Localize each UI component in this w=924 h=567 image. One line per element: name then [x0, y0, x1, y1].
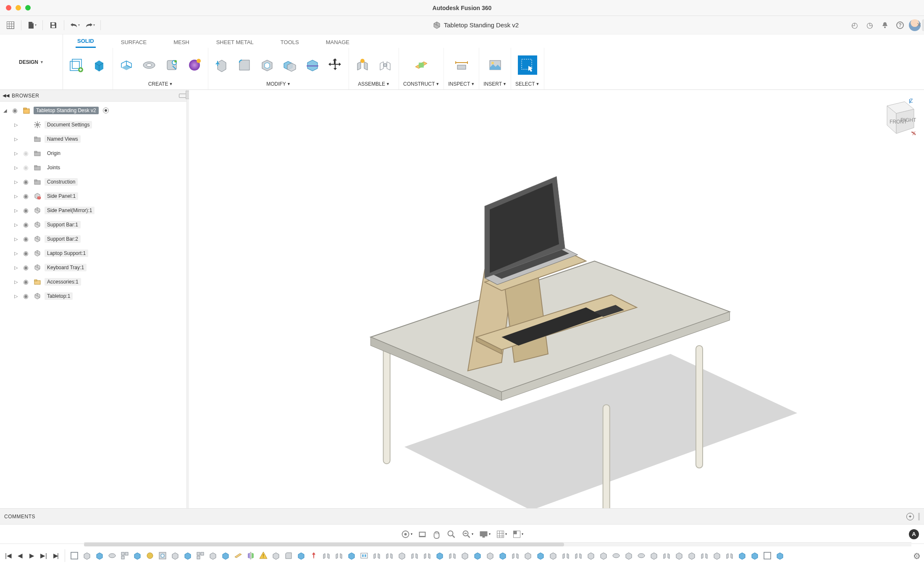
timeline-feature[interactable] — [447, 551, 457, 561]
autodesk-badge[interactable]: A — [909, 529, 919, 539]
expand-icon[interactable]: ▷ — [13, 151, 18, 156]
save-button[interactable] — [47, 19, 60, 32]
browser-node[interactable]: ▷◉Construction — [3, 175, 186, 189]
expand-icon[interactable]: ▷ — [13, 279, 18, 285]
timeline-feature[interactable] — [699, 551, 709, 561]
file-menu-button[interactable] — [26, 19, 38, 32]
revolve-button[interactable] — [140, 56, 158, 74]
timeline-feature[interactable] — [737, 551, 747, 561]
undo-button[interactable] — [68, 19, 81, 32]
construct-plane-button[interactable] — [412, 56, 430, 74]
visibility-toggle-icon[interactable]: ◉ — [21, 150, 30, 157]
timeline-feature[interactable] — [82, 551, 92, 561]
timeline-feature[interactable] — [573, 551, 583, 561]
expand-icon[interactable]: ▷ — [13, 222, 18, 228]
extensions-button[interactable]: ◴ — [848, 19, 861, 32]
select-button[interactable] — [518, 56, 537, 74]
browser-node[interactable]: ▷◉Keyboard Tray:1 — [3, 260, 186, 275]
joint-button[interactable] — [353, 56, 372, 74]
timeline-feature[interactable] — [611, 551, 621, 561]
ribbon-tab-manage[interactable]: MANAGE — [324, 37, 351, 48]
timeline-feature[interactable] — [460, 551, 470, 561]
timeline-last-button[interactable]: ▶| — [50, 551, 60, 561]
expand-icon[interactable]: ▷ — [13, 265, 18, 270]
timeline-feature[interactable] — [346, 551, 357, 561]
timeline-feature[interactable] — [561, 551, 571, 561]
timeline-feature[interactable] — [183, 551, 193, 561]
display-settings-button[interactable]: ▾ — [479, 530, 491, 538]
visibility-toggle-icon[interactable]: ◉ — [21, 264, 30, 271]
timeline-feature[interactable] — [296, 551, 306, 561]
help-button[interactable]: ? — [894, 19, 906, 32]
browser-collapse-icon[interactable]: ◀◀ — [3, 93, 9, 98]
timeline-feature[interactable] — [334, 551, 344, 561]
browser-node[interactable]: ▷◉Laptop Support:1 — [3, 246, 186, 260]
data-panel-button[interactable] — [4, 19, 17, 32]
timeline-feature[interactable] — [145, 551, 155, 561]
timeline-feature[interactable] — [397, 551, 407, 561]
timeline-feature[interactable] — [510, 551, 520, 561]
add-comment-button[interactable]: + — [906, 513, 914, 520]
timeline-feature[interactable] — [233, 551, 243, 561]
expand-icon[interactable]: ▷ — [13, 179, 18, 185]
presspull-button[interactable] — [213, 56, 231, 74]
move-button[interactable] — [326, 56, 344, 74]
ribbon-tab-surface[interactable]: SURFACE — [119, 37, 148, 48]
expand-icon[interactable]: ▷ — [13, 294, 18, 299]
expand-icon[interactable]: ▷ — [13, 208, 18, 213]
ribbon-group-modify-label[interactable]: MODIFY — [266, 81, 286, 87]
timeline-feature[interactable] — [309, 551, 319, 561]
redo-button[interactable] — [84, 19, 96, 32]
timeline-feature[interactable] — [586, 551, 596, 561]
timeline-feature[interactable] — [284, 551, 294, 561]
timeline-feature[interactable] — [384, 551, 394, 561]
visibility-toggle-icon[interactable]: ◉ — [21, 292, 30, 300]
viewcube[interactable]: FRONT RIGHT Z X — [874, 98, 916, 140]
timeline-feature[interactable] — [271, 551, 281, 561]
browser-node[interactable]: ▷◉Support Bar:2 — [3, 232, 186, 246]
hole-button[interactable] — [163, 56, 181, 74]
timeline-feature[interactable] — [636, 551, 646, 561]
expand-icon[interactable]: ▷ — [13, 122, 18, 128]
browser-node[interactable]: ▷◉Accessories:1 — [3, 275, 186, 289]
visibility-toggle-icon[interactable]: ◉ — [21, 221, 30, 228]
document-tab[interactable]: Tabletop Standing Desk v2 × + — [425, 16, 526, 34]
measure-button[interactable] — [452, 56, 471, 74]
timeline-first-button[interactable]: |◀ — [3, 551, 13, 561]
ribbon-group-create-label[interactable]: CREATE — [148, 81, 168, 87]
ribbon-tab-tools[interactable]: TOOLS — [279, 37, 301, 48]
ribbon-tab-mesh[interactable]: MESH — [172, 37, 191, 48]
timeline-feature[interactable] — [775, 551, 785, 561]
expand-icon[interactable]: ▷ — [13, 136, 18, 142]
viewports-button[interactable]: ▾ — [513, 530, 523, 538]
expand-icon[interactable]: ▷ — [13, 236, 18, 242]
as-built-joint-button[interactable] — [376, 56, 394, 74]
browser-node[interactable]: ▷Named Views — [3, 132, 186, 146]
timeline-feature[interactable] — [359, 551, 369, 561]
create-form-button[interactable] — [185, 56, 204, 74]
zoom-button[interactable]: ▾ — [462, 530, 473, 539]
activate-component-radio[interactable] — [103, 108, 109, 113]
timeline-feature[interactable] — [762, 551, 772, 561]
combine-button[interactable] — [281, 56, 299, 74]
shell-button[interactable] — [258, 56, 276, 74]
visibility-toggle-icon[interactable]: ◉ — [21, 207, 30, 214]
browser-root-node[interactable]: ◢ ◉ Tabletop Standing Desk v2 — [3, 103, 186, 118]
new-tab-button[interactable]: + — [922, 19, 924, 31]
fillet-button[interactable] — [235, 56, 254, 74]
visibility-toggle-icon[interactable]: ◉ — [21, 164, 30, 171]
ribbon-tab-solid[interactable]: SOLID — [76, 35, 96, 48]
extrude-button[interactable] — [117, 56, 136, 74]
timeline-feature[interactable] — [372, 551, 382, 561]
insert-decal-button[interactable] — [486, 56, 504, 74]
timeline-feature[interactable] — [674, 551, 684, 561]
comments-header[interactable]: COMMENTS + — [0, 508, 924, 524]
timeline-feature[interactable] — [435, 551, 445, 561]
timeline-next-button[interactable]: ▶| — [39, 551, 49, 561]
timeline-scrollbar[interactable] — [84, 542, 911, 546]
visibility-toggle-icon[interactable]: ◉ — [21, 249, 30, 257]
orbit-button[interactable]: ▾ — [401, 530, 412, 539]
look-at-button[interactable] — [418, 530, 427, 538]
ribbon-group-inspect-label[interactable]: INSPECT — [448, 81, 470, 87]
timeline-play-button[interactable]: ▶ — [27, 551, 37, 561]
